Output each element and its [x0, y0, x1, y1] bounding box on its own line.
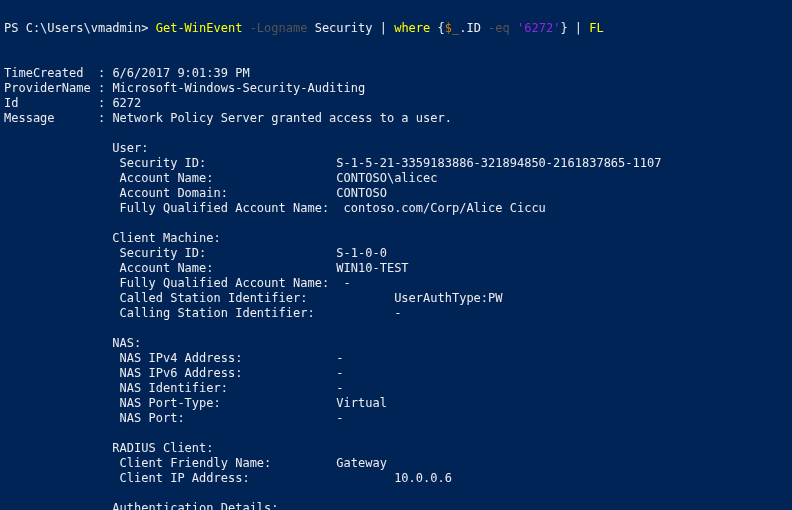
brace-close: } — [560, 21, 574, 35]
user-security-id: Security ID: S-1-5-21-3359183886-3218948… — [4, 156, 661, 170]
field-id: Id : 6272 — [4, 96, 141, 110]
radius-friendly-name: Client Friendly Name: Gateway — [4, 456, 387, 470]
prompt: PS C:\Users\vmadmin> — [4, 21, 156, 35]
output-block: TimeCreated : 6/6/2017 9:01:39 PM Provid… — [4, 66, 792, 510]
client-account-name: Account Name: WIN10-TEST — [4, 261, 409, 275]
section-user-heading: User: — [4, 141, 149, 155]
section-nas-heading: NAS: — [4, 336, 141, 350]
arg-security: Security — [315, 21, 380, 35]
brace-open: { — [438, 21, 445, 35]
pipe-2: | — [575, 21, 589, 35]
section-radius-heading: RADIUS Client: — [4, 441, 214, 455]
literal-6272: '6272' — [517, 21, 560, 35]
param-logname: -Logname — [242, 21, 314, 35]
nas-ipv6: NAS IPv6 Address: - — [4, 366, 344, 380]
client-called-sid: Called Station Identifier: UserAuthType:… — [4, 291, 503, 305]
radius-ip: Client IP Address: 10.0.0.6 — [4, 471, 452, 485]
nas-port-type: NAS Port-Type: Virtual — [4, 396, 387, 410]
user-account-domain: Account Domain: CONTOSO — [4, 186, 387, 200]
client-fq-name: Fully Qualified Account Name: - — [4, 276, 351, 290]
token-dollar-underscore: $_ — [445, 21, 459, 35]
token-dot-id: .ID — [459, 21, 481, 35]
user-fq-name: Fully Qualified Account Name: contoso.co… — [4, 201, 546, 215]
field-providername: ProviderName : Microsoft-Windows-Securit… — [4, 81, 365, 95]
prompt-line: PS C:\Users\vmadmin> Get-WinEvent -Logna… — [4, 21, 604, 35]
nas-ipv4: NAS IPv4 Address: - — [4, 351, 344, 365]
user-account-name: Account Name: CONTOSO\alicec — [4, 171, 437, 185]
section-client-heading: Client Machine: — [4, 231, 221, 245]
cmdlet-where: where — [394, 21, 437, 35]
cmdlet-get-winevent: Get-WinEvent — [156, 21, 243, 35]
client-security-id: Security ID: S-1-0-0 — [4, 246, 387, 260]
operator-eq: -eq — [481, 21, 517, 35]
pipe-1: | — [380, 21, 394, 35]
nas-port: NAS Port: - — [4, 411, 344, 425]
section-auth-heading: Authentication Details: — [4, 501, 279, 510]
field-timecreated: TimeCreated : 6/6/2017 9:01:39 PM — [4, 66, 250, 80]
client-calling-sid: Calling Station Identifier: - — [4, 306, 401, 320]
cmdlet-fl: FL — [589, 21, 603, 35]
field-message: Message : Network Policy Server granted … — [4, 111, 452, 125]
nas-identifier: NAS Identifier: - — [4, 381, 344, 395]
powershell-terminal[interactable]: PS C:\Users\vmadmin> Get-WinEvent -Logna… — [0, 0, 792, 510]
